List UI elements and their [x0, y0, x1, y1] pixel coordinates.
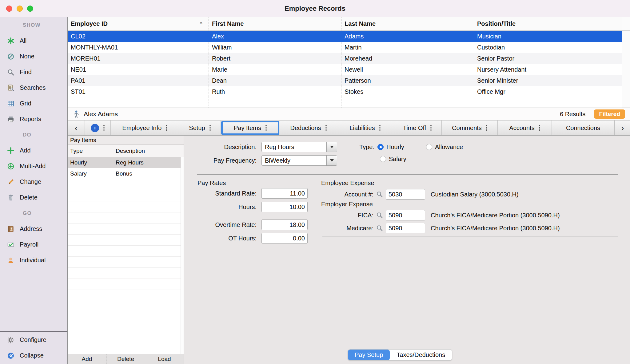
fica-lookup-icon[interactable] — [376, 212, 383, 219]
overtime-rate-input[interactable] — [261, 220, 308, 230]
ot-hours-label: OT Hours: — [184, 235, 259, 242]
medicare-account-input[interactable] — [386, 223, 425, 233]
add-pay-item-button[interactable]: Add — [68, 354, 106, 364]
kebab-menu-icon[interactable] — [430, 127, 432, 129]
description-dropdown-button[interactable] — [326, 142, 337, 152]
kebab-menu-icon[interactable] — [325, 127, 327, 129]
pay-frequency-dropdown-button[interactable] — [326, 156, 337, 165]
account-number-input[interactable] — [386, 189, 425, 200]
kebab-menu-icon[interactable] — [103, 127, 105, 129]
fica-account-input[interactable] — [386, 210, 425, 220]
address-book-icon — [6, 224, 15, 234]
employee-table-header: Employee ID ^ First Name Last Name Posit… — [68, 17, 630, 31]
pay-item-row[interactable]: Salary Bonus — [68, 168, 184, 179]
tab-time-off[interactable]: Time Off — [393, 121, 442, 135]
delete-pay-item-button[interactable]: Delete — [106, 354, 145, 364]
sidebar-item-collapse[interactable]: Collapse — [0, 348, 67, 363]
radio-allowance[interactable] — [426, 144, 432, 150]
sidebar-item-grid[interactable]: Grid — [0, 96, 67, 111]
current-record-name: Alex Adams — [84, 110, 118, 118]
account-description: Custodian Salary (3000.5030.H) — [431, 191, 519, 198]
gear-icon — [6, 335, 15, 345]
title-bar: Employee Records — [0, 0, 630, 17]
tab-liabilities[interactable]: Liabilities — [337, 121, 393, 135]
account-lookup-icon[interactable] — [376, 191, 383, 198]
filtered-badge[interactable]: Filtered — [594, 109, 625, 119]
kebab-menu-icon[interactable] — [166, 127, 167, 129]
type-row: Type: Hourly — [337, 142, 404, 152]
sidebar-item-all[interactable]: All — [0, 33, 67, 49]
kebab-menu-icon[interactable] — [265, 127, 267, 129]
description-combobox[interactable]: Reg Hours — [261, 142, 337, 152]
sidebar-item-label: Configure — [20, 336, 46, 343]
magnifier-icon — [6, 68, 15, 77]
chevron-left-icon: ‹ — [75, 123, 78, 133]
tab-accounts[interactable]: Accounts — [498, 121, 552, 135]
ot-hours-row: OT Hours: — [184, 233, 308, 243]
table-row[interactable]: MONTHLY-MA01 William Martin Custodian — [68, 42, 630, 53]
medicare-lookup-icon[interactable] — [376, 224, 383, 232]
pay-items-empty-row — [68, 179, 184, 190]
ot-hours-input[interactable] — [261, 233, 308, 243]
sidebar-item-reports[interactable]: Reports — [0, 111, 67, 127]
medicare-label: Medicare: — [322, 225, 373, 232]
standard-rate-label: Standard Rate: — [184, 190, 259, 197]
kebab-menu-icon[interactable] — [486, 127, 487, 129]
tab-deductions[interactable]: Deductions — [280, 121, 337, 135]
sidebar-item-add[interactable]: Add — [0, 143, 67, 158]
sidebar-item-label: Delete — [20, 194, 38, 201]
pay-setup-tab[interactable]: Pay Setup — [348, 350, 390, 360]
radio-hourly[interactable] — [377, 144, 384, 150]
column-header-description[interactable]: Description — [113, 145, 184, 157]
tab-setup[interactable]: Setup — [179, 121, 221, 135]
column-header-type[interactable]: Type — [68, 145, 113, 157]
taxes-deductions-tab[interactable]: Taxes/Deductions — [390, 350, 452, 360]
tab-comments[interactable]: Comments — [442, 121, 498, 135]
tabs-scroll-back-button[interactable]: ‹ — [68, 121, 85, 135]
pay-frequency-combobox[interactable]: BiWeekly — [261, 155, 337, 166]
sidebar-item-change[interactable]: Change — [0, 174, 67, 190]
table-row[interactable]: ST01 Ruth Stokes Office Mgr — [68, 86, 630, 97]
tabs-scroll-forward-button[interactable]: › — [615, 121, 630, 135]
column-header-last-name[interactable]: Last Name — [341, 17, 474, 30]
column-header-first-name[interactable]: First Name — [209, 17, 341, 30]
sidebar-item-delete[interactable]: Delete — [0, 190, 67, 205]
kebab-menu-icon[interactable] — [379, 127, 381, 129]
section-divider — [197, 174, 618, 175]
table-row[interactable]: MOREH01 Robert Morehead Senior Pastor — [68, 53, 630, 64]
sort-ascending-icon: ^ — [200, 21, 202, 27]
tab-connections[interactable]: Connections — [552, 121, 615, 135]
hours-input[interactable] — [261, 202, 308, 212]
medicare-account-description: Church's FICA/Medicare Portion (3000.509… — [431, 225, 560, 232]
record-info-button[interactable]: i — [85, 121, 111, 135]
table-empty-area — [68, 97, 630, 108]
kebab-menu-icon[interactable] — [539, 127, 540, 129]
kebab-menu-icon[interactable] — [209, 127, 211, 129]
hours-row: Hours: — [184, 202, 308, 212]
sidebar-item-none[interactable]: None — [0, 49, 67, 64]
sidebar-item-individual[interactable]: Individual — [0, 252, 67, 268]
table-row[interactable]: CL02 Alex Adams Musician — [68, 31, 630, 42]
sidebar-item-address[interactable]: Address — [0, 221, 67, 237]
results-count: 6 Results — [560, 111, 585, 118]
pay-item-row[interactable]: Hourly Reg Hours — [68, 157, 184, 168]
table-row[interactable]: NE01 Marie Newell Nursery Attendant — [68, 64, 630, 75]
sidebar-item-find[interactable]: Find — [0, 64, 67, 80]
load-pay-item-button[interactable]: Load — [145, 354, 184, 364]
slash-circle-icon — [6, 52, 15, 61]
sidebar-item-searches[interactable]: Searches — [0, 80, 67, 96]
tab-pay-items[interactable]: Pay Items — [221, 121, 280, 135]
standard-rate-input[interactable] — [261, 188, 308, 199]
radio-salary[interactable] — [380, 156, 386, 162]
sidebar-item-multi-add[interactable]: Multi-Add — [0, 158, 67, 174]
tab-employee-info[interactable]: Employee Info — [111, 121, 179, 135]
column-header-employee-id[interactable]: Employee ID ^ — [68, 17, 209, 30]
column-header-position[interactable]: Position/Title — [474, 17, 622, 30]
employer-expense-title: Employer Expense — [321, 201, 373, 208]
detail-tab-bar: ‹ i Employee Info Setup Pay Items Deduct… — [68, 121, 630, 136]
pay-frequency-row: Pay Frequency: BiWeekly — [184, 155, 337, 166]
sidebar-item-label: Individual — [20, 257, 46, 264]
table-row[interactable]: PA01 Dean Patterson Senior Minister — [68, 75, 630, 86]
sidebar-item-payroll[interactable]: Payroll — [0, 237, 67, 252]
sidebar-item-configure[interactable]: Configure — [0, 332, 67, 348]
